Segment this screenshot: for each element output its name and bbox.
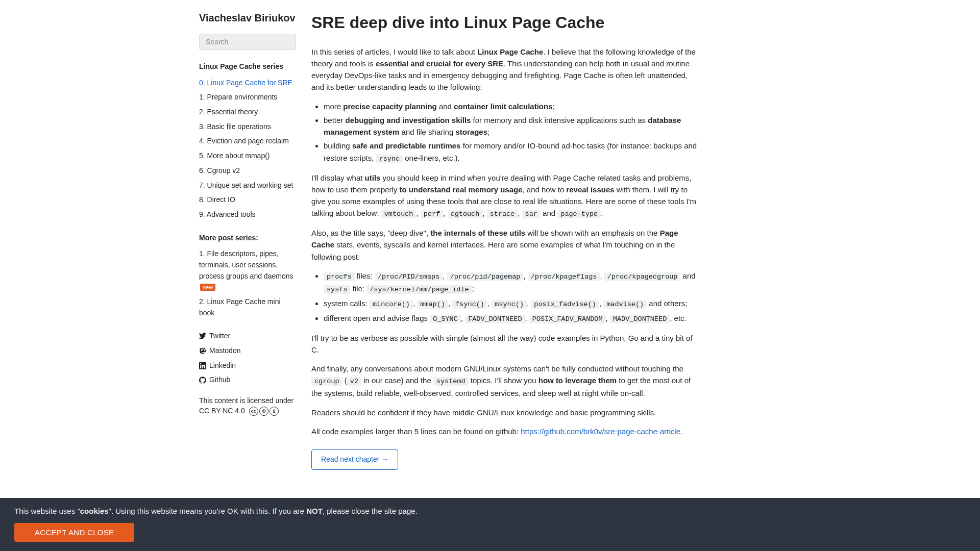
by-icon: ① — [259, 407, 268, 416]
series-heading: Linux Page Cache series — [199, 61, 296, 72]
cookie-banner: This website uses "cookies". Using this … — [0, 498, 980, 551]
nav-item-1[interactable]: 1. Prepare environments — [199, 92, 296, 103]
list-item: different open and advise flags O_SYNC, … — [324, 312, 699, 325]
cc-icons: cc ① $ — [249, 407, 279, 416]
social-mastodon[interactable]: Mastodon — [199, 345, 296, 357]
intro-paragraph: In this series of articles, I would like… — [311, 46, 699, 93]
more-item-1[interactable]: 2. Linux Page Cache mini book — [199, 296, 296, 318]
cc-icon: cc — [249, 407, 258, 416]
linkedin-icon — [199, 362, 206, 369]
cgroup-paragraph: And finally, any conversations about mod… — [311, 363, 699, 399]
social-label: Mastodon — [209, 345, 240, 357]
github-icon — [199, 377, 206, 384]
more-item-0[interactable]: 1. File descriptors, pipes, terminals, u… — [199, 248, 296, 293]
brand-title[interactable]: Viacheslav Biriukov — [199, 10, 296, 26]
list-item: building safe and predictable runtimes f… — [324, 140, 699, 164]
cookie-text: This website uses "cookies". Using this … — [14, 505, 966, 517]
social-twitter[interactable]: Twitter — [199, 331, 296, 342]
nav-item-2[interactable]: 2. Essential theory — [199, 107, 296, 118]
page-title: SRE deep dive into Linux Page Cache — [311, 10, 699, 36]
readers-paragraph: Readers should be confident if they have… — [311, 407, 699, 418]
new-badge: new — [200, 284, 215, 291]
social-linkedin[interactable]: Linkedin — [199, 360, 296, 371]
next-chapter-button[interactable]: Read next chapter → — [311, 449, 398, 470]
verbose-paragraph: I'll try to be as verbose as possible wi… — [311, 332, 699, 356]
internals-list: procfs files: /proc/PID/smaps, /proc/pid… — [311, 270, 699, 325]
nav-item-3[interactable]: 3. Basic file operations — [199, 121, 296, 133]
nav-item-9[interactable]: 9. Advanced tools — [199, 209, 296, 220]
internals-paragraph: Also, as the title says, "deep dive", th… — [311, 227, 699, 263]
nav-item-6[interactable]: 6. Cgroup v2 — [199, 165, 296, 177]
social-github[interactable]: Github — [199, 374, 296, 386]
twitter-icon — [199, 333, 206, 340]
social-links: Twitter Mastodon Linkedin Github — [199, 331, 296, 386]
social-label: Linkedin — [209, 360, 236, 371]
nav-item-0[interactable]: 0. Linux Page Cache for SRE — [199, 78, 296, 89]
sidebar: Viacheslav Biriukov Linux Page Cache ser… — [199, 10, 311, 470]
accept-cookies-button[interactable]: ACCEPT AND CLOSE — [14, 523, 134, 542]
nav-item-8[interactable]: 8. Direct IO — [199, 194, 296, 206]
list-item: system calls: mincore(), mmap(), fsync()… — [324, 297, 699, 310]
nc-icon: $ — [270, 407, 279, 416]
list-item: procfs files: /proc/PID/smaps, /proc/pid… — [324, 270, 699, 295]
article-content: SRE deep dive into Linux Page Cache In t… — [311, 10, 699, 470]
more-nav: 1. File descriptors, pipes, terminals, u… — [199, 248, 296, 318]
list-item: more precise capacity planning and conta… — [324, 101, 699, 112]
nav-item-7[interactable]: 7. Unique set and working set — [199, 180, 296, 191]
mastodon-icon — [199, 347, 206, 355]
github-link[interactable]: https://github.com/brk0v/sre-page-cache-… — [521, 427, 680, 436]
social-label: Github — [209, 374, 230, 386]
nav-item-4[interactable]: 4. Eviction and page reclaim — [199, 136, 296, 147]
more-item-label: 1. File descriptors, pipes, terminals, u… — [199, 249, 293, 280]
license-text: This content is licensed under CC BY-NC … — [199, 396, 296, 416]
more-heading: More post series: — [199, 233, 296, 244]
github-paragraph: All code examples larger than 5 lines ca… — [311, 425, 699, 437]
nav-item-5[interactable]: 5. More about mmap() — [199, 151, 296, 162]
tools-paragraph: I'll display what utils you should keep … — [311, 172, 699, 220]
series-nav: 0. Linux Page Cache for SRE 1. Prepare e… — [199, 78, 296, 220]
search-input[interactable] — [199, 34, 296, 50]
list-item: better debugging and investigation skill… — [324, 114, 699, 138]
benefits-list: more precise capacity planning and conta… — [311, 101, 699, 165]
social-label: Twitter — [209, 331, 230, 342]
